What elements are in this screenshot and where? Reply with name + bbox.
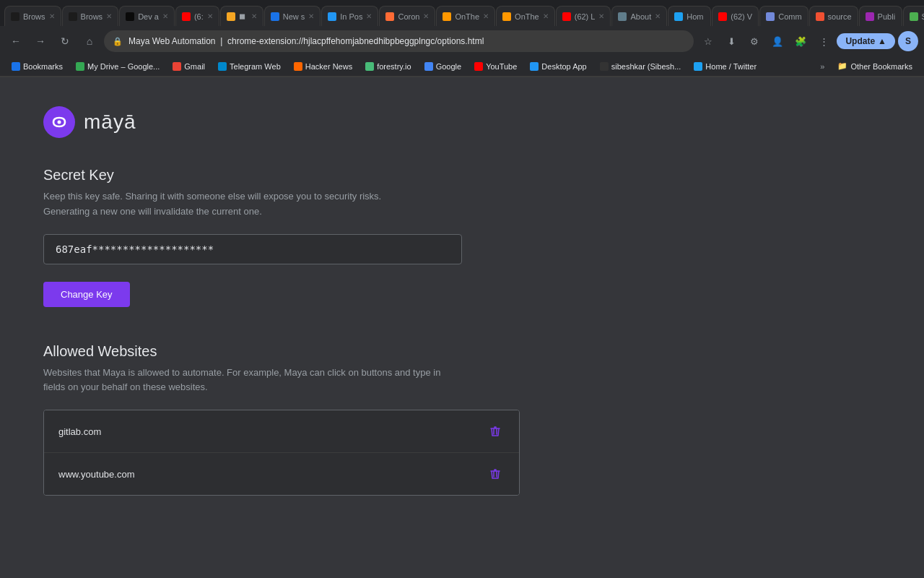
tab-close-5[interactable]: ✕ [251, 12, 257, 20]
tab-favicon-5 [227, 12, 235, 21]
change-key-button[interactable]: Change Key [43, 282, 130, 307]
tab-inpos[interactable]: In Pos ✕ [321, 6, 378, 26]
secret-key-input[interactable] [43, 234, 462, 264]
bookmark-label-hackernews: Hacker News [305, 62, 352, 71]
tab-close-3[interactable]: ✕ [162, 12, 168, 20]
tab-favicon-1 [11, 12, 19, 21]
delete-gitlab-button[interactable] [486, 422, 505, 441]
bookmark-gmail[interactable]: Gmail [167, 60, 211, 73]
tab-close-1[interactable]: ✕ [49, 12, 55, 20]
tab-close-7[interactable]: ✕ [366, 12, 372, 20]
tab-label-17: Publi [878, 12, 895, 21]
bookmark-youtube[interactable]: YouTube [468, 60, 523, 73]
tab-brows-1[interactable]: Brows ✕ [4, 6, 61, 26]
tab-close-6[interactable]: ✕ [308, 12, 314, 20]
menu-button[interactable]: ⋮ [814, 31, 834, 51]
tab-dev[interactable]: Dev a ✕ [119, 6, 175, 26]
tab-favicon-18 [910, 12, 918, 21]
bookmark-desktopapp[interactable]: Desktop App [524, 60, 592, 73]
tab-favicon-9 [443, 12, 451, 21]
svg-point-0 [58, 121, 61, 124]
tab-yt1[interactable]: (6: ✕ [175, 6, 219, 26]
tab-brows-2[interactable]: Brows ✕ [62, 6, 119, 26]
update-arrow: ▲ [878, 36, 886, 46]
tab-close-11[interactable]: ✕ [598, 12, 604, 20]
bookmarks-bar: Bookmarks My Drive – Google... Gmail Tel… [0, 56, 924, 77]
allowed-websites-description: Websites that Maya is allowed to automat… [43, 366, 881, 396]
bookmark-favicon-gdrive [76, 62, 84, 71]
delete-youtube-button[interactable] [486, 465, 505, 483]
tab-label-4: (6: [194, 12, 204, 21]
tab-favicon-4 [182, 12, 191, 21]
secret-key-description: Keep this key safe. Sharing it with some… [43, 189, 881, 220]
tab-source[interactable]: source [809, 6, 858, 26]
tab-about[interactable]: About ✕ [611, 6, 667, 26]
bookmark-favicon-twitter [694, 62, 702, 71]
tab-favicon-12 [618, 12, 627, 21]
bookmark-github[interactable]: sibeshkar (Sibesh... [594, 60, 687, 73]
tab-store[interactable]: Store [903, 6, 924, 26]
tab-label-10: OnThe [515, 12, 539, 21]
tab-comm[interactable]: Comm [759, 6, 808, 26]
other-bookmarks-button[interactable]: 📁 Other Bookmarks [832, 59, 918, 73]
forward-button[interactable]: → [30, 31, 51, 51]
tab-home-tw[interactable]: Hom [668, 6, 711, 26]
other-bookmarks-label: Other Bookmarks [850, 62, 912, 71]
address-url: Maya Web Automation | chrome-extension:/… [128, 36, 484, 46]
tab-close-10[interactable]: ✕ [543, 12, 549, 20]
tab-label-16: source [828, 12, 852, 21]
tab-favicon-7 [328, 12, 336, 21]
tab-close-9[interactable]: ✕ [483, 12, 489, 20]
reload-button[interactable]: ↻ [55, 31, 75, 51]
bookmark-label-gmail: Gmail [184, 62, 205, 71]
tab-close-4[interactable]: ✕ [207, 12, 213, 20]
bookmark-label-forestry: forestry.io [377, 62, 411, 71]
tab-favicon-3 [126, 12, 134, 21]
bookmark-favicon-gmail [173, 62, 181, 71]
tab-label-7: In Pos [340, 12, 362, 21]
bookmark-google[interactable]: Google [419, 60, 467, 73]
bookmark-bookmarks[interactable]: Bookmarks [6, 60, 69, 73]
account-button[interactable]: 👤 [767, 31, 788, 51]
tab-yt3[interactable]: (62) V [712, 6, 759, 26]
tab-close-2[interactable]: ✕ [106, 12, 112, 20]
allowed-websites-section: Allowed Websites Websites that Maya is a… [43, 343, 881, 496]
tab-bar: Brows ✕ Brows ✕ Dev a ✕ (6: ✕ ◼ ✕ New s … [0, 0, 924, 26]
bookmark-gdrive[interactable]: My Drive – Google... [70, 60, 165, 73]
home-button[interactable]: ⌂ [79, 31, 100, 51]
website-url-gitlab: gitlab.com [58, 426, 101, 437]
tab-favicon-11 [562, 12, 571, 21]
settings-button[interactable]: ⚙ [744, 31, 764, 51]
tab-news[interactable]: New s ✕ [264, 6, 321, 26]
tab-corona[interactable]: Coron ✕ [379, 6, 435, 26]
bookmark-hackernews[interactable]: Hacker News [288, 60, 358, 73]
tab-onthe2[interactable]: OnThe ✕ [496, 6, 555, 26]
tab-onthe1[interactable]: OnThe ✕ [436, 6, 495, 26]
back-button[interactable]: ← [6, 31, 26, 51]
tab-label-1: Brows [23, 12, 45, 21]
folder-icon: 📁 [837, 61, 847, 71]
update-button[interactable]: Update ▲ [837, 33, 895, 49]
bookmark-telegram[interactable]: Telegram Web [212, 60, 287, 73]
bookmark-label-bookmarks: Bookmarks [23, 62, 63, 71]
bookmark-forestry[interactable]: forestry.io [359, 60, 417, 73]
bookmark-star-button[interactable]: ☆ [698, 31, 718, 51]
bookmark-twitter[interactable]: Home / Twitter [688, 60, 762, 73]
secret-key-title: Secret Key [43, 167, 881, 184]
tab-publi[interactable]: Publi [859, 6, 902, 26]
bookmark-favicon-google [424, 62, 433, 71]
tab-label-9: OnThe [455, 12, 479, 21]
bookmark-favicon-forestry [365, 62, 374, 71]
tab-close-12[interactable]: ✕ [655, 12, 661, 20]
bookmark-label-twitter: Home / Twitter [705, 62, 757, 71]
extensions-button[interactable]: 🧩 [790, 31, 811, 51]
tab-yt2[interactable]: (62) L ✕ [556, 6, 611, 26]
tab-close-8[interactable]: ✕ [423, 12, 429, 20]
address-bar[interactable]: 🔒 Maya Web Automation | chrome-extension… [104, 30, 694, 52]
tab-label-8: Coron [398, 12, 419, 21]
profile-button[interactable]: S [898, 31, 918, 51]
download-button[interactable]: ⬇ [721, 31, 741, 51]
tab-cloud[interactable]: ◼ ✕ [220, 6, 263, 26]
bookmarks-more-button[interactable]: » [814, 60, 830, 73]
tab-favicon-16 [816, 12, 824, 21]
